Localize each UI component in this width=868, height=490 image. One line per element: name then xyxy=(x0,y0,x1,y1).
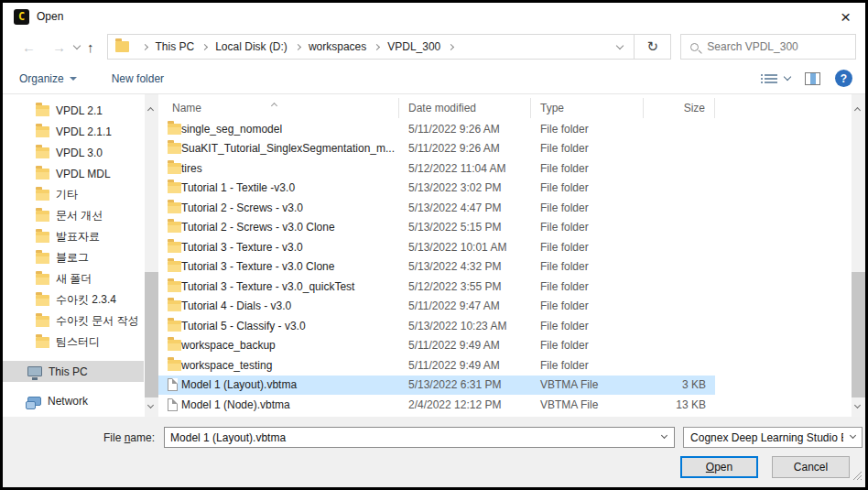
table-row[interactable]: Tutorial 1 - Textile -v3.0 5/13/2022 3:0… xyxy=(158,179,715,199)
row-size: 3 KB xyxy=(644,378,706,391)
sidebar-item-기타[interactable]: 기타 xyxy=(3,184,144,205)
table-row[interactable]: Tutorial 2 - Screws - v3.0 5/13/2022 4:4… xyxy=(158,198,715,218)
new-folder-button[interactable]: New folder xyxy=(112,72,164,85)
table-row[interactable]: single_seg_nomodel 5/11/2022 9:26 AM Fil… xyxy=(158,119,715,139)
sidebar-item-label: 수아킷 문서 작성 xyxy=(56,313,139,329)
sidebar-item-vpdl-2.1[interactable]: VPDL 2.1 xyxy=(3,100,144,121)
table-row[interactable]: Tutorial 3 - Texture - v3.0 Clone 5/13/2… xyxy=(158,257,715,278)
sidebar-item-label: Network xyxy=(48,395,88,408)
open-button[interactable]: Open xyxy=(680,456,758,478)
row-date-modified: 5/12/2022 11:04 AM xyxy=(399,162,531,175)
sidebar-item-팀스터디[interactable]: 팀스터디 xyxy=(3,332,144,353)
file-name-input[interactable] xyxy=(165,428,674,447)
table-row[interactable]: workspace_backup 5/11/2022 9:49 AM File … xyxy=(158,336,715,356)
command-toolbar: Organize New folder ? xyxy=(3,63,865,94)
sidebar-scrollbar-thumb[interactable] xyxy=(145,272,158,397)
sidebar-item-vpdl-mdl[interactable]: VPDL MDL xyxy=(3,163,144,184)
chevron-right-icon xyxy=(374,43,380,49)
scroll-up-icon[interactable] xyxy=(854,107,861,114)
organize-dropdown-triangle-icon xyxy=(70,77,77,81)
scroll-up-icon[interactable] xyxy=(147,107,154,114)
folder-icon xyxy=(36,105,49,116)
folder-icon xyxy=(36,337,49,348)
sidebar-scrollbar[interactable] xyxy=(145,94,158,417)
breadcrumb-this-pc[interactable]: This PC xyxy=(154,40,197,53)
folder-icon xyxy=(168,340,181,351)
row-type: File folder xyxy=(531,299,644,312)
search-box[interactable]: Search VPDL_300 xyxy=(680,34,856,60)
sidebar-item-network[interactable]: Network xyxy=(3,390,144,411)
breadcrumb-workspaces[interactable]: workspaces xyxy=(307,40,368,53)
window-title: Open xyxy=(37,10,63,23)
sidebar-item-발표자료[interactable]: 발표자료 xyxy=(3,226,144,247)
file-rows: single_seg_nomodel 5/11/2022 9:26 AM Fil… xyxy=(158,119,715,415)
sidebar-item-vpdl-2.1.1[interactable]: VPDL 2.1.1 xyxy=(3,121,144,142)
table-row[interactable]: Tutorial 4 - Dials - v3.0 5/11/2022 9:47… xyxy=(158,297,715,317)
sidebar-item-vpdl-3.0[interactable]: VPDL 3.0 xyxy=(3,142,144,163)
row-date-modified: 5/13/2022 4:32 PM xyxy=(399,260,531,273)
row-name: Tutorial 5 - Classify - v3.0 xyxy=(181,320,399,332)
table-row[interactable]: SuaKIT_Tutorial_SinglexSegmentation_m...… xyxy=(158,139,715,159)
table-row[interactable]: Model 1 (Layout).vbtma 5/13/2022 6:31 PM… xyxy=(158,376,715,396)
row-type: File folder xyxy=(531,359,644,372)
file-type-value: Cognex Deep Learning Studio E xyxy=(690,431,843,444)
resize-grip[interactable] xyxy=(852,468,863,485)
breadcrumb-vpdl-300[interactable]: VPDL_300 xyxy=(385,40,442,53)
scroll-down-icon[interactable] xyxy=(147,402,154,408)
sidebar-item-문서-개선[interactable]: 문서 개선 xyxy=(3,205,144,226)
forward-icon[interactable]: → xyxy=(44,40,74,54)
row-date-modified: 5/13/2022 10:23 AM xyxy=(399,320,531,332)
breadcrumb-local-disk-d[interactable]: Local Disk (D:) xyxy=(213,40,289,53)
file-type-dropdown[interactable]: Cognex Deep Learning Studio E xyxy=(683,427,863,448)
preview-pane-icon[interactable] xyxy=(805,72,820,85)
sidebar-item-수아킷-2.3.4[interactable]: 수아킷 2.3.4 xyxy=(3,289,144,310)
table-row[interactable]: Tutorial 5 - Classify - v3.0 5/13/2022 1… xyxy=(158,316,715,336)
row-name: single_seg_nomodel xyxy=(181,123,399,136)
sidebar-item-수아킷-문서-작성[interactable]: 수아킷 문서 작성 xyxy=(3,310,144,332)
table-row[interactable]: workspace_testing 5/11/2022 9:49 AM File… xyxy=(158,355,715,376)
file-list-scrollbar-thumb[interactable] xyxy=(852,272,865,397)
table-row[interactable]: Tutorial 3 - Texture - v3.0 5/13/2022 10… xyxy=(158,237,715,257)
back-icon[interactable]: ← xyxy=(14,40,44,54)
row-name: tires xyxy=(181,162,399,175)
title-bar: C Open × xyxy=(3,3,865,30)
file-list-scrollbar[interactable] xyxy=(852,94,865,417)
close-icon[interactable]: × xyxy=(835,8,856,26)
up-icon[interactable]: ↑ xyxy=(80,40,102,54)
sidebar-item-label: 블로그 xyxy=(56,250,89,266)
sidebar-item-label: 팀스터디 xyxy=(56,334,100,350)
folder-icon xyxy=(168,163,181,174)
row-date-modified: 2/4/2022 12:12 PM xyxy=(399,398,531,411)
folder-icon xyxy=(36,211,49,222)
row-date-modified: 5/13/2022 6:31 PM xyxy=(399,378,531,391)
row-name: Tutorial 3 - Texture - v3.0 xyxy=(181,241,399,254)
column-header-date-modified[interactable]: Date modified xyxy=(399,98,531,118)
cancel-button[interactable]: Cancel xyxy=(772,456,850,478)
column-header-size[interactable]: Size xyxy=(644,98,715,118)
refresh-button[interactable]: ↻ xyxy=(635,34,671,60)
views-chevron-down-icon[interactable] xyxy=(784,73,791,81)
address-bar[interactable]: This PC Local Disk (D:) workspaces VPDL_… xyxy=(107,34,635,60)
organize-button[interactable]: Organize xyxy=(19,72,77,85)
sidebar-item-새-폴더[interactable]: 새 폴더 xyxy=(3,268,144,289)
sidebar-item-label: 수아킷 2.3.4 xyxy=(56,292,116,308)
row-date-modified: 5/13/2022 3:02 PM xyxy=(399,181,531,194)
column-header-type[interactable]: Type xyxy=(531,98,644,118)
folder-icon xyxy=(168,321,181,332)
table-row[interactable]: Tutorial 2 - Screws - v3.0 Clone 5/13/20… xyxy=(158,218,715,238)
column-header-name[interactable]: Name xyxy=(158,98,399,118)
sort-ascending-icon xyxy=(272,95,277,112)
sidebar-item-this-pc[interactable]: This PC xyxy=(3,361,144,382)
change-view-button[interactable] xyxy=(765,74,777,83)
address-dropdown-chevron-icon[interactable] xyxy=(616,41,624,49)
row-date-modified: 5/11/2022 9:49 AM xyxy=(399,339,531,352)
sidebar-item-블로그[interactable]: 블로그 xyxy=(3,247,144,268)
table-row[interactable]: tires 5/12/2022 11:04 AM File folder xyxy=(158,158,715,179)
scroll-down-icon[interactable] xyxy=(854,402,861,408)
table-row[interactable]: Model 1 (Node).vbtma 2/4/2022 12:12 PM V… xyxy=(158,395,715,415)
row-type: File folder xyxy=(531,201,644,214)
navigation-bar: ← → ↑ This PC Local Disk (D:) workspaces… xyxy=(3,30,865,63)
help-icon[interactable]: ? xyxy=(835,70,852,87)
file-name-combobox xyxy=(164,427,675,448)
table-row[interactable]: Tutorial 3 - Texture - v3.0_quickTest 5/… xyxy=(158,277,715,297)
